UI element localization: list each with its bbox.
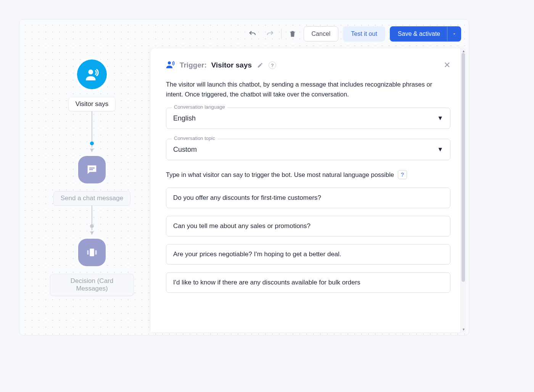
- help-icon[interactable]: ?: [269, 61, 276, 69]
- arrow-down-icon: ▼: [89, 230, 95, 236]
- connector-dot: [90, 141, 94, 145]
- panel-description: The visitor will launch this chatbot, by…: [166, 80, 450, 99]
- phrase-hint-text: Type in what visitor can say to trigger …: [166, 171, 394, 178]
- decision-node-label[interactable]: Decision (Card Messages): [50, 274, 134, 296]
- flow-graph: Visitor says ▼ Send a chat message ▼ Dec…: [50, 59, 134, 296]
- scroll-up-icon[interactable]: ▲: [462, 49, 465, 53]
- language-value: English: [173, 114, 196, 122]
- flow-canvas[interactable]: Cancel Test it out Save & activate Visit…: [19, 19, 469, 336]
- scrollbar-thumb[interactable]: [462, 53, 465, 282]
- svg-rect-1: [89, 167, 95, 169]
- redo-icon[interactable]: [264, 27, 277, 40]
- decision-node-icon[interactable]: [78, 239, 106, 266]
- connector: [92, 206, 92, 225]
- arrow-down-icon: ▼: [89, 147, 95, 154]
- edit-icon[interactable]: [256, 61, 264, 69]
- test-button[interactable]: Test it out: [343, 26, 385, 42]
- topic-select[interactable]: Conversation topic Custom ▼: [166, 139, 450, 160]
- trigger-name: Visitor says: [211, 61, 252, 69]
- message-node-label[interactable]: Send a chat message: [53, 191, 130, 206]
- connector: [92, 111, 92, 142]
- hint-help-icon[interactable]: ?: [398, 170, 407, 179]
- delete-icon[interactable]: [286, 27, 299, 40]
- language-legend: Conversation language: [172, 104, 227, 110]
- svg-rect-4: [87, 250, 88, 254]
- scroll-down-icon[interactable]: ▼: [462, 328, 465, 331]
- svg-rect-2: [89, 169, 93, 170]
- save-dropdown-caret[interactable]: [447, 27, 461, 41]
- trigger-phrase-input[interactable]: Are your prices negotiable? I'm hoping t…: [166, 244, 450, 265]
- save-label: Save & activate: [398, 31, 447, 37]
- close-icon[interactable]: ✕: [444, 60, 450, 70]
- chevron-down-icon: ▼: [437, 115, 443, 122]
- trigger-node-label[interactable]: Visitor says: [68, 97, 116, 111]
- svg-rect-5: [95, 250, 97, 254]
- separator: [281, 29, 281, 39]
- svg-point-0: [88, 69, 93, 74]
- svg-rect-3: [90, 249, 94, 256]
- toolbar: Cancel Test it out Save & activate: [246, 26, 461, 42]
- undo-icon[interactable]: [246, 27, 259, 40]
- connector-dot: [90, 224, 94, 228]
- phrase-hint: Type in what visitor can say to trigger …: [166, 170, 450, 179]
- panel-scrollbar[interactable]: ▲ ▼: [460, 48, 466, 332]
- visitor-says-icon: [166, 60, 175, 71]
- trigger-label: Trigger:: [180, 61, 207, 69]
- message-node-icon[interactable]: [78, 156, 106, 183]
- save-activate-button[interactable]: Save & activate: [390, 26, 461, 42]
- topic-legend: Conversation topic: [172, 135, 217, 141]
- trigger-config-panel: Trigger: Visitor says ? ✕ The visitor wi…: [151, 48, 466, 332]
- cancel-button[interactable]: Cancel: [304, 26, 339, 42]
- trigger-phrase-input[interactable]: Can you tell me about any sales or promo…: [166, 216, 450, 236]
- trigger-phrase-input[interactable]: Do you offer any discounts for first-tim…: [166, 188, 450, 208]
- svg-point-6: [168, 61, 171, 64]
- panel-header: Trigger: Visitor says ? ✕: [166, 60, 450, 71]
- trigger-node-icon[interactable]: [77, 59, 107, 89]
- chevron-down-icon: ▼: [437, 146, 443, 153]
- trigger-phrase-input[interactable]: I'd like to know if there are any discou…: [166, 272, 450, 293]
- topic-value: Custom: [173, 146, 197, 154]
- language-select[interactable]: Conversation language English ▼: [166, 108, 450, 129]
